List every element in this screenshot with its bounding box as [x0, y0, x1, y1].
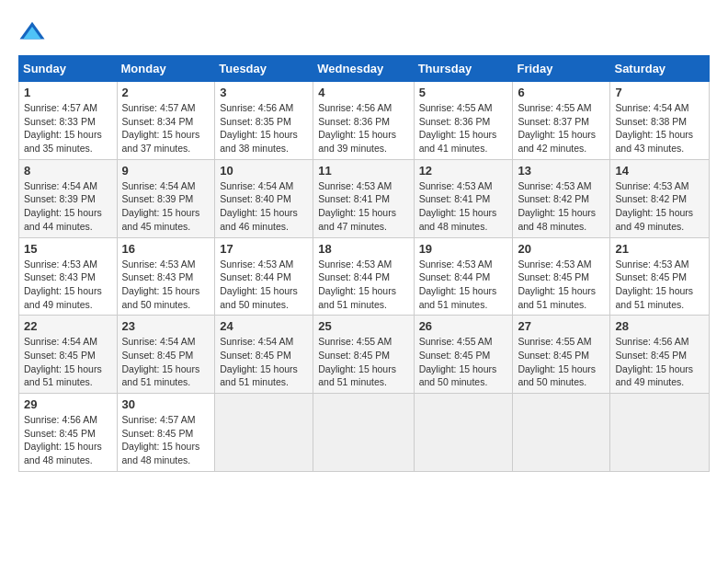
day-info: Sunrise: 4:57 AM Sunset: 8:34 PM Dayligh…: [122, 101, 210, 155]
day-info: Sunrise: 4:57 AM Sunset: 8:33 PM Dayligh…: [24, 101, 112, 155]
calendar-cell: 14Sunrise: 4:53 AM Sunset: 8:42 PM Dayli…: [610, 159, 710, 237]
calendar-cell: 23Sunrise: 4:54 AM Sunset: 8:45 PM Dayli…: [117, 316, 215, 394]
calendar-header-wednesday: Wednesday: [313, 56, 414, 82]
day-info: Sunrise: 4:55 AM Sunset: 8:37 PM Dayligh…: [518, 101, 605, 155]
calendar-header-tuesday: Tuesday: [215, 56, 313, 82]
day-number: 16: [122, 242, 210, 256]
calendar-cell: 15Sunrise: 4:53 AM Sunset: 8:43 PM Dayli…: [19, 237, 118, 316]
calendar-week-row: 1Sunrise: 4:57 AM Sunset: 8:33 PM Daylig…: [19, 82, 710, 160]
calendar-cell: 19Sunrise: 4:53 AM Sunset: 8:44 PM Dayli…: [414, 237, 513, 316]
calendar-week-row: 15Sunrise: 4:53 AM Sunset: 8:43 PM Dayli…: [19, 237, 710, 316]
day-info: Sunrise: 4:53 AM Sunset: 8:44 PM Dayligh…: [419, 258, 508, 312]
calendar-cell: [513, 394, 610, 472]
day-number: 29: [24, 397, 112, 411]
calendar: SundayMondayTuesdayWednesdayThursdayFrid…: [18, 55, 710, 472]
calendar-cell: 13Sunrise: 4:53 AM Sunset: 8:42 PM Dayli…: [513, 159, 610, 237]
calendar-cell: 6Sunrise: 4:55 AM Sunset: 8:37 PM Daylig…: [513, 82, 610, 160]
day-info: Sunrise: 4:54 AM Sunset: 8:45 PM Dayligh…: [24, 335, 112, 389]
calendar-cell: 28Sunrise: 4:56 AM Sunset: 8:45 PM Dayli…: [610, 316, 710, 394]
day-info: Sunrise: 4:54 AM Sunset: 8:39 PM Dayligh…: [122, 179, 210, 234]
day-number: 22: [24, 319, 112, 333]
day-number: 9: [122, 164, 210, 178]
day-info: Sunrise: 4:53 AM Sunset: 8:45 PM Dayligh…: [518, 258, 605, 312]
calendar-header-thursday: Thursday: [414, 56, 513, 82]
calendar-cell: 27Sunrise: 4:55 AM Sunset: 8:45 PM Dayli…: [513, 316, 610, 394]
calendar-week-row: 29Sunrise: 4:56 AM Sunset: 8:45 PM Dayli…: [19, 394, 710, 472]
calendar-cell: [610, 394, 710, 472]
day-number: 23: [122, 319, 210, 333]
day-number: 20: [518, 242, 605, 256]
calendar-header-sunday: Sunday: [19, 56, 118, 82]
day-info: Sunrise: 4:55 AM Sunset: 8:36 PM Dayligh…: [419, 101, 508, 155]
day-info: Sunrise: 4:53 AM Sunset: 8:44 PM Dayligh…: [318, 258, 408, 312]
calendar-week-row: 22Sunrise: 4:54 AM Sunset: 8:45 PM Dayli…: [19, 316, 710, 394]
day-info: Sunrise: 4:56 AM Sunset: 8:36 PM Dayligh…: [318, 101, 408, 155]
calendar-cell: 1Sunrise: 4:57 AM Sunset: 8:33 PM Daylig…: [19, 82, 118, 160]
day-number: 15: [24, 242, 112, 256]
calendar-cell: 20Sunrise: 4:53 AM Sunset: 8:45 PM Dayli…: [513, 237, 610, 316]
calendar-cell: 17Sunrise: 4:53 AM Sunset: 8:44 PM Dayli…: [215, 237, 313, 316]
calendar-header-row: SundayMondayTuesdayWednesdayThursdayFrid…: [19, 56, 710, 82]
calendar-cell: 12Sunrise: 4:53 AM Sunset: 8:41 PM Dayli…: [414, 159, 513, 237]
day-info: Sunrise: 4:53 AM Sunset: 8:45 PM Dayligh…: [615, 258, 704, 312]
calendar-cell: 18Sunrise: 4:53 AM Sunset: 8:44 PM Dayli…: [313, 237, 414, 316]
day-info: Sunrise: 4:53 AM Sunset: 8:42 PM Dayligh…: [615, 179, 704, 234]
calendar-header-saturday: Saturday: [610, 56, 710, 82]
day-number: 14: [615, 164, 704, 178]
day-number: 30: [122, 397, 210, 411]
day-info: Sunrise: 4:54 AM Sunset: 8:40 PM Dayligh…: [220, 179, 308, 234]
day-number: 8: [24, 164, 112, 178]
day-number: 28: [615, 319, 704, 333]
calendar-cell: 16Sunrise: 4:53 AM Sunset: 8:43 PM Dayli…: [117, 237, 215, 316]
calendar-cell: 10Sunrise: 4:54 AM Sunset: 8:40 PM Dayli…: [215, 159, 313, 237]
day-info: Sunrise: 4:53 AM Sunset: 8:42 PM Dayligh…: [518, 179, 605, 234]
calendar-cell: [414, 394, 513, 472]
calendar-cell: 3Sunrise: 4:56 AM Sunset: 8:35 PM Daylig…: [215, 82, 313, 160]
day-number: 27: [518, 319, 605, 333]
day-number: 2: [122, 86, 210, 99]
day-info: Sunrise: 4:54 AM Sunset: 8:45 PM Dayligh…: [122, 335, 210, 389]
calendar-cell: 2Sunrise: 4:57 AM Sunset: 8:34 PM Daylig…: [117, 82, 215, 160]
day-number: 1: [24, 86, 112, 99]
day-number: 7: [615, 86, 704, 99]
header: [18, 18, 710, 46]
calendar-cell: 25Sunrise: 4:55 AM Sunset: 8:45 PM Dayli…: [313, 316, 414, 394]
day-info: Sunrise: 4:55 AM Sunset: 8:45 PM Dayligh…: [518, 335, 605, 389]
day-info: Sunrise: 4:54 AM Sunset: 8:45 PM Dayligh…: [220, 335, 308, 389]
day-info: Sunrise: 4:56 AM Sunset: 8:45 PM Dayligh…: [615, 335, 704, 389]
day-info: Sunrise: 4:56 AM Sunset: 8:35 PM Dayligh…: [220, 101, 308, 155]
calendar-header-friday: Friday: [513, 56, 610, 82]
calendar-cell: 29Sunrise: 4:56 AM Sunset: 8:45 PM Dayli…: [19, 394, 118, 472]
calendar-cell: 11Sunrise: 4:53 AM Sunset: 8:41 PM Dayli…: [313, 159, 414, 237]
logo: [18, 18, 50, 46]
day-number: 24: [220, 319, 308, 333]
day-number: 17: [220, 242, 308, 256]
day-number: 25: [318, 319, 408, 333]
calendar-cell: 24Sunrise: 4:54 AM Sunset: 8:45 PM Dayli…: [215, 316, 313, 394]
calendar-cell: 30Sunrise: 4:57 AM Sunset: 8:45 PM Dayli…: [117, 394, 215, 472]
calendar-cell: 22Sunrise: 4:54 AM Sunset: 8:45 PM Dayli…: [19, 316, 118, 394]
day-number: 18: [318, 242, 408, 256]
calendar-cell: 4Sunrise: 4:56 AM Sunset: 8:36 PM Daylig…: [313, 82, 414, 160]
calendar-cell: 5Sunrise: 4:55 AM Sunset: 8:36 PM Daylig…: [414, 82, 513, 160]
day-info: Sunrise: 4:54 AM Sunset: 8:39 PM Dayligh…: [24, 179, 112, 234]
day-info: Sunrise: 4:54 AM Sunset: 8:38 PM Dayligh…: [615, 101, 704, 155]
day-number: 21: [615, 242, 704, 256]
day-number: 26: [419, 319, 508, 333]
calendar-cell: 26Sunrise: 4:55 AM Sunset: 8:45 PM Dayli…: [414, 316, 513, 394]
day-info: Sunrise: 4:53 AM Sunset: 8:41 PM Dayligh…: [318, 179, 408, 234]
calendar-cell: [215, 394, 313, 472]
day-number: 3: [220, 86, 308, 99]
day-info: Sunrise: 4:55 AM Sunset: 8:45 PM Dayligh…: [318, 335, 408, 389]
calendar-week-row: 8Sunrise: 4:54 AM Sunset: 8:39 PM Daylig…: [19, 159, 710, 237]
day-info: Sunrise: 4:56 AM Sunset: 8:45 PM Dayligh…: [24, 413, 112, 467]
calendar-cell: [313, 394, 414, 472]
calendar-cell: 8Sunrise: 4:54 AM Sunset: 8:39 PM Daylig…: [19, 159, 118, 237]
day-number: 11: [318, 164, 408, 178]
day-number: 4: [318, 86, 408, 99]
day-info: Sunrise: 4:53 AM Sunset: 8:44 PM Dayligh…: [220, 258, 308, 312]
logo-icon: [18, 18, 46, 46]
calendar-cell: 9Sunrise: 4:54 AM Sunset: 8:39 PM Daylig…: [117, 159, 215, 237]
day-info: Sunrise: 4:55 AM Sunset: 8:45 PM Dayligh…: [419, 335, 508, 389]
day-info: Sunrise: 4:57 AM Sunset: 8:45 PM Dayligh…: [122, 413, 210, 467]
